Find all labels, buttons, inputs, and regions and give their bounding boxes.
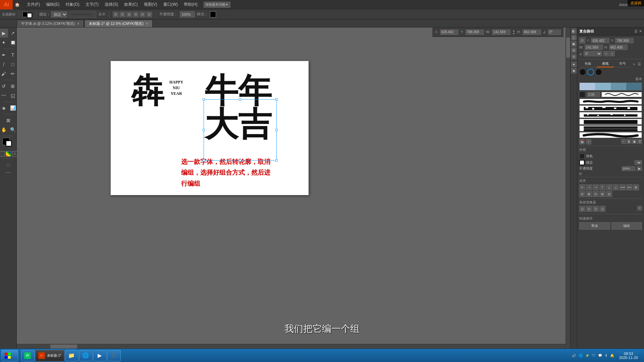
taskbar-ai[interactable]: Ai 未标题-1* [35,350,64,361]
taskbar-player[interactable]: 🎵 [107,350,121,361]
zoom-tool[interactable]: 🔍 [8,125,17,134]
h-prop-input[interactable] [609,45,628,50]
panel-icon-5[interactable]: ⊟ [571,54,577,59]
home-icon[interactable]: 🏠 [14,2,20,8]
menu-window[interactable]: 窗口(W) [161,0,180,9]
brush-swatch-3[interactable] [579,112,642,118]
h-input[interactable] [523,29,541,35]
dist-v-btn[interactable]: ⟸ [626,184,632,190]
brush-swatch-4[interactable] [579,119,642,125]
gradient-btn[interactable] [6,151,11,157]
panel-icon-3[interactable]: ▣ [571,41,577,47]
shape-extra-btn[interactable]: + [637,206,642,210]
dist-extra2-btn[interactable]: ⊟ [579,191,585,197]
align-left-icon[interactable]: ⊡ [113,11,119,17]
apply-icon[interactable]: ◼ [632,139,637,144]
tab-0-close[interactable]: ✕ [77,22,79,25]
symbol-sprayer-tool[interactable]: ◈ [0,104,8,112]
select-tool[interactable]: ▶ [0,29,8,38]
brush-swatch-2[interactable] [579,105,642,111]
tab-1-close[interactable]: ✕ [146,22,148,25]
tab-color[interactable]: 色板 [579,61,597,67]
text-tool[interactable]: T [8,51,17,59]
stroke-width-input[interactable] [587,92,600,97]
direct-select-tool[interactable]: ↗ [8,29,17,38]
dist-extra4-btn[interactable]: ⊡ [593,191,599,197]
shape-icon-3[interactable]: ◳ [593,206,599,212]
transform-icon[interactable]: ⊡ [579,38,585,44]
align-top-icon[interactable]: ⊡ [133,11,139,17]
style-box[interactable] [210,11,216,17]
menu-brush-icon[interactable]: ☰ [637,139,642,144]
flip-v-btn[interactable]: ↕ [609,51,615,56]
hand-tool[interactable]: ✋ [0,125,8,134]
artboard-tool[interactable]: ⊠ [4,116,13,125]
column-graph-tool[interactable]: 📊 [8,104,17,112]
align-hcenter-btn[interactable]: ⊣ [586,184,592,190]
align-center-icon[interactable]: ⊡ [119,11,125,17]
align-right-btn[interactable]: ⊣ [593,184,599,190]
shape-icon-2[interactable]: ◰ [586,206,592,212]
brush-dot-2[interactable] [587,69,594,75]
color-mode-btn[interactable]: ⬛ [0,151,5,157]
align-top-btn[interactable]: ⊤ [599,184,605,190]
rotate-tool[interactable]: ↺ [0,82,8,90]
y-prop-input[interactable] [615,38,634,43]
brush-lib-icon[interactable]: 📚 [579,139,585,144]
v-scrollbar-thumb[interactable] [566,38,570,58]
panel-expand-btn[interactable]: » [631,61,637,67]
panel-icon-1[interactable]: ◧ [571,28,577,34]
stroke-selector[interactable]: 描边 [51,11,67,17]
tab-0[interactable]: 牛字体.ai @ 3.12% (CMYK/预览) ✕ [17,20,84,27]
tab-brush[interactable]: 画笔 [597,61,614,67]
lasso-tool[interactable]: 🔲 [8,38,17,47]
tab-1[interactable]: 未标题-1* @ 12.5% (CMYK/预览) ✕ [85,20,153,27]
taskbar-wechat[interactable]: W [21,350,35,361]
gradient-swatch[interactable] [579,82,642,90]
panel-icon-2[interactable]: ◫ [571,35,577,40]
tray-icon-2[interactable]: 🌐 [578,354,584,357]
h-scrollbar-thumb[interactable] [50,345,77,349]
paintbrush-tool[interactable]: 🖌 [0,69,8,78]
tray-icon-3[interactable]: ⚡ [584,354,590,357]
dist-extra-btn[interactable]: ⊞ [633,184,639,190]
shape-icon-4[interactable]: ◲ [599,206,605,212]
angle-input[interactable] [548,29,561,35]
more-tools[interactable]: • • • [6,171,10,174]
stroke-swatch[interactable] [6,140,12,146]
tray-icon-7[interactable]: 🔔 [609,354,615,357]
w-prop-input[interactable] [585,45,603,50]
remove-brush-icon[interactable]: 🗑 [627,139,631,144]
menu-edit[interactable]: 编辑(E) [43,0,62,9]
tray-icon-5[interactable]: 💬 [597,354,603,357]
canvas-area[interactable]: 犇 HAPPY NIU YEAR 牛年 大吉 选一款字体，然后转轮廓，取消 编组… [17,27,570,349]
align-bottom-icon[interactable]: ⊡ [146,11,152,17]
taskbar-media[interactable]: ▶ [93,350,107,361]
warp-tool[interactable]: 〰 [0,91,8,100]
flip-h-btn[interactable]: ↔ [603,51,609,56]
release-btn[interactable]: 释放 [579,222,610,230]
taskbar-ie[interactable]: 🌐 [79,350,93,361]
stroke-icon[interactable] [579,92,585,98]
system-clock[interactable]: 08:53 2020-11-20 [616,351,641,360]
line-tool[interactable]: / [0,60,8,69]
angle-select[interactable]: 0° [584,51,602,56]
scale-tool[interactable]: ⊞ [8,82,17,90]
tray-icon-1[interactable]: 🔊 [571,354,577,357]
dist-h-btn[interactable]: ⟺ [620,184,626,190]
pen-tool[interactable]: ✒ [0,51,8,59]
link-wh-btn[interactable]: ▲▼ [513,29,515,35]
start-button[interactable] [1,350,18,361]
dist-extra6-btn[interactable]: ⊟ [606,191,612,197]
x-input[interactable] [440,29,459,35]
w-input[interactable] [492,29,511,35]
align-vcenter-btn[interactable]: ⊥ [606,184,612,190]
panel-menu-icon[interactable]: ☰ [634,29,638,34]
panel-menu-btn2[interactable]: ☰ [637,61,642,67]
align-left-btn[interactable]: ⊢ [579,184,585,190]
tray-icon-6[interactable]: ⬆ [604,354,608,357]
align-bottom-btn[interactable]: ⊥ [613,184,619,190]
rect-tool[interactable]: □ [8,60,17,69]
shape-icon-1[interactable]: ◱ [579,206,585,212]
menu-object[interactable]: 对象(O) [63,0,82,9]
